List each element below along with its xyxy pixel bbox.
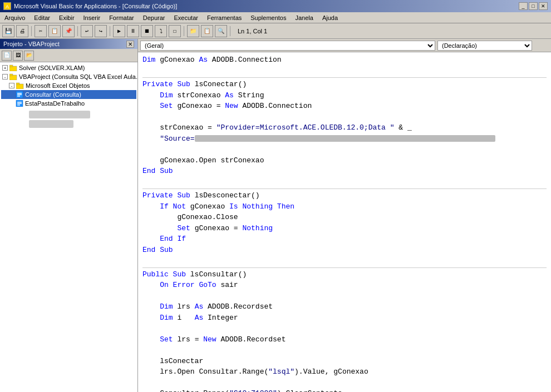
find-button[interactable]: 🔍 [215,25,227,37]
close-button[interactable]: ✕ [539,2,548,10]
paste-button[interactable]: 📌 [62,25,75,37]
properties-button[interactable]: 📋 [201,25,213,37]
blurred-tree-item-1 [29,111,90,118]
app-icon: A [3,2,11,10]
redo-button[interactable]: ↪ [95,25,107,37]
menu-executar[interactable]: Executar [172,14,200,22]
step-into-button[interactable]: ⤵ [155,25,167,37]
code-line-14: End Sub [142,245,547,256]
menu-inserir[interactable]: Inserir [81,14,103,22]
title-bar: A Microsoft Visual Basic for Application… [0,0,551,12]
menu-janela[interactable]: Janela [293,14,316,22]
code-blank-9 [142,378,547,389]
menu-editar[interactable]: Editar [32,14,52,22]
code-line-18: Dim i As Integer [142,312,547,324]
separator-2 [142,188,547,189]
separator-1 [142,77,547,78]
code-line-9: Private Sub lsDesconectar() [142,190,547,201]
code-line-3: Dim strConexao As String [142,90,547,101]
svg-rect-4 [16,84,23,89]
toolbar-sep-3 [110,26,110,36]
menu-formatar[interactable]: Formatar [107,14,136,22]
toolbar-sep-1 [31,26,32,36]
code-line-17: Dim lrs As ADODB.Recordset [142,301,547,312]
code-line-7: gConexao.Open strConexao [142,155,547,166]
tree-esta-pasta[interactable]: EstaPastaDeTrabalho [1,99,136,108]
project-explorer-panel: Projeto - VBAProject ✕ 📄 🖼 📂 + Solver (S… [0,39,138,392]
menu-exibir[interactable]: Exibir [57,14,77,22]
svg-rect-7 [17,93,22,94]
panel-close-button[interactable]: ✕ [126,41,134,48]
menu-depurar[interactable]: Depurar [141,14,168,22]
toolbar-sep-5 [230,26,230,36]
code-line-22: Consultar.Range("C10:Z1000").ClearConten… [142,388,547,392]
separator-3 [142,267,547,268]
main-layout: Projeto - VBAProject ✕ 📄 🖼 📂 + Solver (S… [0,39,551,392]
code-line-15: Public Sub lsConsultar() [142,269,547,280]
copy-button[interactable]: 📋 [48,25,61,37]
code-line-1: Dim gConexao As ADODB.Connection [142,54,547,66]
tree-solver[interactable]: + Solver (SOLVER.XLAM) [1,63,136,72]
code-line-5: strConexao = "Provider=Microsoft.ACE.OLE… [142,122,547,133]
code-line-6-blurred: "Source= [142,133,547,145]
undo-button[interactable]: ↩ [81,25,93,37]
code-blank-6 [142,291,547,302]
code-line-21: lrs.Open Consultar.Range("lsql").Value, … [142,366,547,378]
toggle-excel-objetos[interactable]: - [9,83,14,88]
view-code-button[interactable]: 📄 [2,51,12,61]
tree-consultar-label: Consultar (Consulta) [25,91,81,98]
general-dropdown[interactable]: (Geral) [140,41,435,51]
svg-rect-5 [16,83,19,85]
code-area[interactable]: Dim gConexao As ADODB.Connection Private… [138,52,551,392]
maximize-button[interactable]: □ [529,2,538,10]
svg-rect-12 [17,103,22,105]
toolbar-sep-2 [77,26,78,36]
code-blank-8 [142,345,547,356]
code-line-11: gConexao.Close [142,212,547,223]
tree-excel-objetos[interactable]: - Microsoft Excel Objetos [1,81,136,90]
code-blank-1 [142,66,547,77]
code-line-16: On Error GoTo sair [142,280,547,291]
tree-vbaproject[interactable]: - VBAProject (Consulta SQL VBA Excel Aul… [1,72,136,81]
toggle-folders-button[interactable]: 📂 [24,51,34,61]
menu-ferramentas[interactable]: Ferramentas [205,14,244,22]
svg-rect-3 [9,74,13,76]
print-button[interactable]: 🖨 [16,25,28,37]
view-object-button[interactable]: 🖼 [13,51,23,61]
svg-rect-1 [9,65,13,67]
code-blank-5 [142,255,547,266]
tree-solver-label: Solver (SOLVER.XLAM) [19,64,85,71]
folder-icon-3 [16,82,24,90]
toggle-solver[interactable]: + [2,65,8,71]
run-button[interactable]: ▶ [113,25,125,37]
minimize-button[interactable]: _ [519,2,528,10]
main-toolbar: 💾 🖨 ✂ 📋 📌 ↩ ↪ ▶ ⏸ ⏹ ⤵ ☐ 📁 📋 🔍 Ln 1, Col … [0,23,551,39]
code-toolbar: (Geral) (Declaração) [138,39,551,52]
panel-header: Projeto - VBAProject ✕ [0,39,137,49]
folder-icon-2 [9,73,17,81]
pause-button[interactable]: ⏸ [127,25,139,37]
panel-toolbar: 📄 🖼 📂 [0,49,137,62]
declaration-dropdown[interactable]: (Declaração) [437,41,532,51]
svg-rect-11 [17,102,22,103]
stop-button[interactable]: ⏹ [141,25,153,37]
project-explorer-button[interactable]: 📁 [187,25,199,37]
tree-consultar[interactable]: Consultar (Consulta) [1,90,136,99]
code-blank-3 [142,144,547,155]
toggle-vbaproject[interactable]: - [2,74,8,80]
code-line-2: Private Sub lsConectar() [142,79,547,90]
save-button[interactable]: 💾 [2,25,14,37]
tree-vbaproject-label: VBAProject (Consulta SQL VBA Excel Aula.… [19,73,137,80]
menu-arquivo[interactable]: Arquivo [2,14,27,22]
svg-rect-8 [17,95,22,96]
title-bar-buttons: _ □ ✕ [519,2,548,10]
menu-ajuda[interactable]: Ajuda [320,14,340,22]
svg-rect-13 [17,105,20,106]
menu-suplementos[interactable]: Suplementos [248,14,288,22]
code-line-19: Set lrs = New ADODB.Recordset [142,334,547,345]
code-blank-2 [142,112,547,123]
code-line-13: End If [142,234,547,245]
cut-button[interactable]: ✂ [35,25,47,37]
userform-button[interactable]: ☐ [169,25,181,37]
blurred-tree-item-2 [29,120,73,128]
